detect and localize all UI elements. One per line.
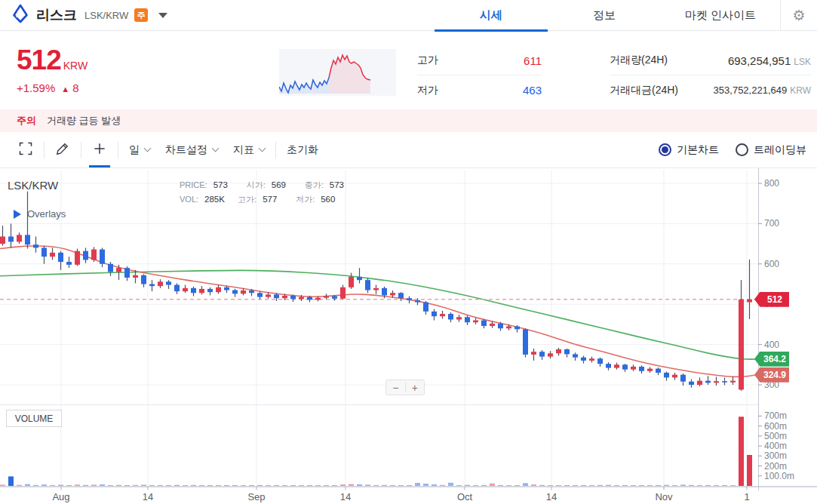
exchange-coin-page: 리스크 LSK/KRW 주 시세 정보 마켓 인사이트 ⚙ 512KRW +1.… xyxy=(0,0,817,504)
chart-area[interactable]: LSK/KRW Overlays PRICE:573시가:569종가:573 V… xyxy=(0,168,817,504)
high-value: 577 xyxy=(263,192,284,206)
overlays-label: Overlays xyxy=(27,208,66,220)
divider xyxy=(275,142,276,158)
overlays-control[interactable]: Overlays xyxy=(14,208,66,220)
high-label: 고가 xyxy=(417,54,438,67)
lisk-logo-icon xyxy=(11,4,30,26)
high-low-stats: 고가 611 저가 463 xyxy=(417,46,542,105)
low-label: 저가 xyxy=(417,84,438,97)
price-label: PRICE: xyxy=(180,180,207,189)
radio-unchecked-icon xyxy=(736,143,748,156)
volume-24h-label: 거래량(24H) xyxy=(610,54,668,67)
reset-button[interactable]: 초기화 xyxy=(279,132,326,167)
chart-settings-dropdown[interactable]: 차트설정 xyxy=(158,132,226,167)
divider xyxy=(118,142,118,158)
volume-axis-label: 500m xyxy=(764,431,787,441)
value-unit: KRW xyxy=(790,85,811,96)
x-axis-label: 14 xyxy=(143,491,153,502)
chevron-down-icon xyxy=(259,145,266,152)
open-value: 569 xyxy=(272,178,293,192)
price-axis-label: 400 xyxy=(764,340,779,350)
fullscreen-button[interactable] xyxy=(11,132,41,167)
up-arrow-icon: ▲ xyxy=(61,85,69,94)
price-axis-label: 800 xyxy=(764,178,779,189)
basic-chart-label: 기본차트 xyxy=(677,143,719,157)
value-24h-value: 353,752,221,649KRW xyxy=(714,85,811,96)
draw-button[interactable] xyxy=(48,132,78,167)
coin-header[interactable]: 리스크 LSK/KRW 주 xyxy=(11,4,167,26)
tab-market-insight[interactable]: 마켓 인사이트 xyxy=(661,0,780,31)
indicators-dropdown[interactable]: 지표 xyxy=(226,132,272,167)
candlestick-chart[interactable] xyxy=(0,168,817,504)
chevron-down-icon xyxy=(212,145,220,152)
pencil-icon xyxy=(55,141,70,158)
volume-axis-label: 600m xyxy=(764,421,787,432)
x-axis-label: Sep xyxy=(247,491,265,502)
warning-text: 거래량 급등 발생 xyxy=(47,114,121,128)
tab-price[interactable]: 시세 xyxy=(435,0,548,31)
vol-label: VOL: xyxy=(180,195,198,204)
price-block: 512KRW +1.59%▲ 8 xyxy=(17,45,88,94)
change-percent: +1.59% xyxy=(17,81,55,94)
interval-dropdown[interactable]: 일 xyxy=(121,132,158,167)
warning-bar: 주의 거래량 급등 발생 xyxy=(0,109,817,132)
price-value: 573 xyxy=(213,178,235,192)
volume-pane-label: VOLUME xyxy=(6,410,62,427)
mini-sparkline xyxy=(279,49,396,96)
ohlc-info: PRICE:573시가:569종가:573 VOL:285K고가:577저가:5… xyxy=(180,177,363,206)
play-triangle-icon xyxy=(14,210,21,219)
chevron-down-icon xyxy=(144,145,152,152)
volume-stats: 거래량(24H) 693,254,951LSK 거래대금(24H) 353,75… xyxy=(610,46,811,105)
coin-name: 리스크 xyxy=(36,6,77,24)
volume-axis-label: 700m xyxy=(764,410,787,421)
volume-unit: LSK xyxy=(794,57,811,67)
volume-axis-label: 100.0m xyxy=(764,471,794,481)
chart-zoom-control: − + xyxy=(385,380,425,395)
x-axis-label: 1 xyxy=(744,491,749,502)
x-axis-label: 14 xyxy=(340,491,351,502)
tab-info[interactable]: 정보 xyxy=(548,0,661,31)
x-axis-label: Nov xyxy=(655,491,672,502)
radio-basic-chart[interactable]: 기본차트 xyxy=(659,143,719,157)
plus-icon xyxy=(92,141,107,158)
divider xyxy=(44,142,45,158)
volume-axis-label: 200m xyxy=(764,461,787,472)
low-label: 저가: xyxy=(296,195,315,204)
price-axis-label: 700 xyxy=(764,218,779,229)
low-value: 463 xyxy=(523,84,542,97)
fullscreen-icon xyxy=(18,141,33,158)
chart-toolbar: 일 차트설정 지표 초기화 기본차트 트레이딩뷰 xyxy=(0,132,817,168)
currency-unit: KRW xyxy=(63,60,88,72)
x-axis-label: Oct xyxy=(457,491,472,502)
price-change: +1.59%▲ 8 xyxy=(17,81,88,94)
chart-settings-label: 차트설정 xyxy=(165,143,207,157)
volume-axis-label: 300m xyxy=(764,450,787,461)
current-price: 512 xyxy=(17,45,61,75)
open-label: 시가: xyxy=(247,180,266,189)
chevron-down-icon[interactable] xyxy=(158,13,167,18)
x-axis-label: Aug xyxy=(52,491,69,502)
radio-checked-icon xyxy=(659,143,671,156)
price-summary: 512KRW +1.59%▲ 8 고가 611 저가 463 거래량(24H) … xyxy=(0,31,817,109)
chart-type-selector: 기본차트 트레이딩뷰 xyxy=(659,143,806,157)
price-marker-badge: 364.2 xyxy=(754,352,789,367)
x-axis-label: 14 xyxy=(546,491,557,502)
volume-axis-label: 400m xyxy=(764,441,787,451)
chart-pair-label: LSK/KRW xyxy=(8,179,58,192)
add-indicator-button[interactable] xyxy=(84,132,115,167)
zoom-out-button[interactable]: − xyxy=(386,380,405,395)
indicators-label: 지표 xyxy=(233,143,254,157)
low-value: 560 xyxy=(321,192,342,206)
volume-24h-value: 693,254,951LSK xyxy=(728,54,811,67)
radio-tradingview[interactable]: 트레이딩뷰 xyxy=(736,143,806,157)
warning-badge: 주의 xyxy=(17,114,36,128)
divider xyxy=(81,142,81,158)
vol-value: 285K xyxy=(204,192,226,206)
high-label: 고가: xyxy=(238,195,256,204)
price-axis-label: 600 xyxy=(764,259,779,269)
zoom-in-button[interactable]: + xyxy=(406,380,425,395)
gear-icon[interactable]: ⚙ xyxy=(781,0,817,31)
price-marker-badge: 512 xyxy=(754,292,789,307)
interval-label: 일 xyxy=(129,143,140,157)
header: 리스크 LSK/KRW 주 시세 정보 마켓 인사이트 ⚙ xyxy=(0,0,817,31)
